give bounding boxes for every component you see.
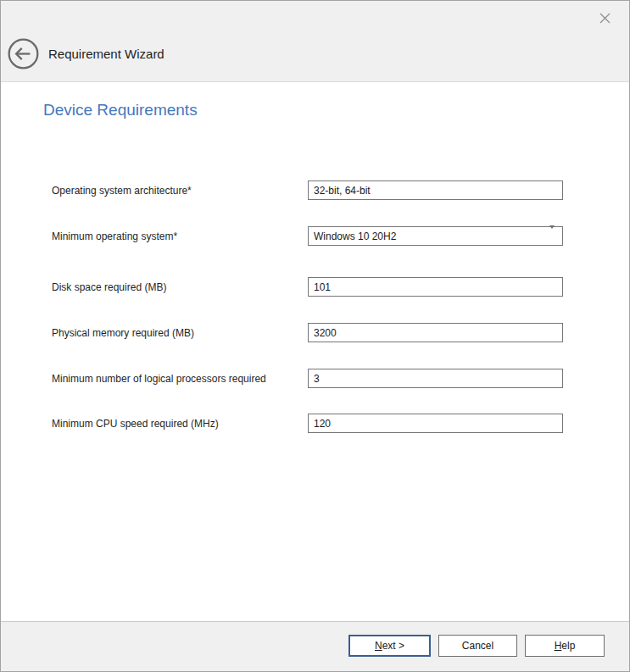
- form-row-os-architecture: Operating system architecture*: [52, 180, 569, 200]
- physical-memory-input[interactable]: [308, 323, 563, 342]
- header-row: Requirement Wizard: [7, 37, 164, 69]
- cancel-label: Cancel: [462, 640, 493, 652]
- page-title: Device Requirements: [43, 101, 198, 119]
- next-rest: ext >: [382, 640, 404, 652]
- next-button[interactable]: Next >: [348, 635, 431, 657]
- form-row-logical-processors: Minimum number of logical processors req…: [52, 369, 569, 388]
- help-rest: elp: [561, 640, 575, 652]
- cpu-speed-input[interactable]: [308, 414, 563, 433]
- close-icon[interactable]: [596, 9, 613, 26]
- wizard-page: Device Requirements Operating system arc…: [1, 82, 629, 621]
- os-architecture-label: Operating system architecture*: [52, 185, 192, 197]
- form-row-physical-memory: Physical memory required (MB): [52, 323, 569, 342]
- disk-space-input[interactable]: [308, 277, 563, 297]
- form-row-disk-space: Disk space required (MB): [52, 277, 569, 297]
- wizard-title: Requirement Wizard: [48, 47, 164, 61]
- chevron-down-icon: [549, 229, 555, 244]
- cpu-speed-label: Minimum CPU speed required (MHz): [52, 418, 219, 430]
- form-row-minimum-os: Minimum operating system* Windows 10 20H…: [52, 226, 569, 246]
- next-accel: N: [375, 640, 382, 652]
- minimum-os-value: Windows 10 20H2: [314, 230, 549, 242]
- minimum-os-label: Minimum operating system*: [52, 230, 177, 242]
- cancel-button[interactable]: Cancel: [438, 635, 517, 657]
- requirement-wizard-window: Requirement Wizard Device Requirements O…: [0, 0, 630, 672]
- close-x-glyph: [599, 13, 610, 24]
- minimum-os-dropdown[interactable]: Windows 10 20H2: [308, 226, 563, 246]
- os-architecture-input[interactable]: [308, 180, 563, 200]
- back-arrow-icon[interactable]: [7, 37, 40, 70]
- wizard-footer: Next > Cancel Help: [1, 621, 629, 671]
- logical-processors-label: Minimum number of logical processors req…: [52, 373, 266, 385]
- wizard-header: Requirement Wizard: [1, 1, 629, 82]
- disk-space-label: Disk space required (MB): [52, 281, 166, 293]
- form-row-cpu-speed: Minimum CPU speed required (MHz): [52, 414, 569, 433]
- logical-processors-input[interactable]: [308, 369, 563, 388]
- physical-memory-label: Physical memory required (MB): [52, 327, 194, 339]
- help-button[interactable]: Help: [525, 635, 605, 657]
